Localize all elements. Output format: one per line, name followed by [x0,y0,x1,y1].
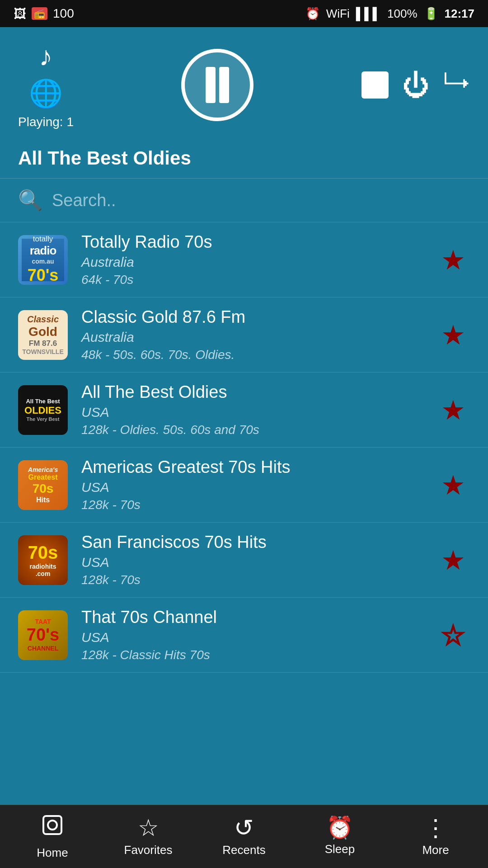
battery-icon: 🔋 [424,7,438,21]
station-meta-5: 128k - 70s [81,573,436,587]
station-logo-2: Classic Gold FM 87.6 TOWNSVILLE [18,310,68,360]
station-country-3: USA [81,405,436,420]
nav-sleep-label: Sleep [325,842,355,856]
alarm-icon: ⏰ [305,7,320,21]
nav-recents[interactable]: ↺ Recents [196,816,292,857]
wifi-icon: WiFi [326,7,350,21]
now-playing-title: All The Best Oldies [18,147,470,169]
favorite-star-3[interactable]: ★ [436,390,470,430]
station-logo-3: All The Best OLDIES The Very Best [18,385,68,435]
station-logo-6: TAAT 70's CHANNEL [18,610,68,660]
list-item[interactable]: totally radio com.au 70's Totally Radio … [0,222,488,297]
pause-button[interactable] [181,49,253,121]
station-country-2: Australia [81,330,436,345]
nav-recents-label: Recents [222,843,265,857]
station-name-2: Classic Gold 87.6 Fm [81,307,436,327]
station-logo-5: 70s radiohits .com [18,535,68,585]
list-item[interactable]: America's Greatest 70s Hits Americas Gre… [0,448,488,523]
station-logo-1: totally radio com.au 70's [18,235,68,285]
search-icon: 🔍 [18,189,43,212]
station-info-2: Classic Gold 87.6 Fm Australia 48k - 50s… [81,307,436,362]
radio-icon: 📻 [32,7,47,20]
search-input[interactable] [52,191,470,210]
favorite-star-6[interactable]: ☆ [436,615,470,656]
station-meta-3: 128k - Oldies. 50s. 60s and 70s [81,423,436,437]
list-item[interactable]: Classic Gold FM 87.6 TOWNSVILLE Classic … [0,297,488,373]
nav-more[interactable]: ⋮ More [388,816,483,857]
clock: 12:17 [445,7,475,21]
player-header: ♪ 🌐 Playing: 1 ⏻ ⮡ [0,27,488,138]
search-bar: 🔍 [0,179,488,222]
nav-favorites[interactable]: ☆ Favorites [100,816,196,857]
station-name-5: San Franciscos 70s Hits [81,533,436,552]
station-country-1: Australia [81,255,436,270]
station-country-6: USA [81,630,436,645]
station-info-5: San Franciscos 70s Hits USA 128k - 70s [81,533,436,587]
sleep-icon: ⏰ [326,817,353,839]
content-area: ♪ 🌐 Playing: 1 ⏻ ⮡ All The Best Oldies 🔍 [0,27,488,805]
nav-favorites-label: Favorites [124,843,173,857]
player-controls-left: ♪ 🌐 Playing: 1 [18,41,74,129]
station-name-6: That 70s Channel [81,608,436,627]
status-right: ⏰ WiFi ▌▌▌ 100% 🔋 12:17 [305,7,474,21]
station-list: totally radio com.au 70's Totally Radio … [0,222,488,673]
pause-icon [206,67,229,103]
status-count: 100 [53,6,74,21]
station-name-1: Totally Radio 70s [81,232,436,252]
nav-home[interactable]: Home [5,813,100,860]
favorite-star-5[interactable]: ★ [436,540,470,580]
station-info-6: That 70s Channel USA 128k - Classic Hits… [81,608,436,662]
status-bar: 🖼 📻 100 ⏰ WiFi ▌▌▌ 100% 🔋 12:17 [0,0,488,27]
status-left: 🖼 📻 100 [14,6,74,21]
station-info-3: All The Best Oldies USA 128k - Oldies. 5… [81,382,436,437]
list-item[interactable]: 70s radiohits .com San Franciscos 70s Hi… [0,523,488,598]
power-icon[interactable]: ⏻ [402,70,429,101]
player-controls-right: ⏻ ⮡ [361,70,470,101]
station-meta-6: 128k - Classic Hits 70s [81,648,436,662]
now-playing-section: All The Best Oldies [0,138,488,179]
station-country-4: USA [81,480,436,495]
nav-sleep[interactable]: ⏰ Sleep [292,817,388,856]
list-item[interactable]: TAAT 70's CHANNEL That 70s Channel USA 1… [0,598,488,673]
favorites-icon: ☆ [138,816,159,840]
globe-icon[interactable]: 🌐 [29,77,63,109]
station-logo-4: America's Greatest 70s Hits [18,460,68,510]
battery-percent: 100% [387,7,418,21]
station-meta-1: 64k - 70s [81,273,436,287]
station-meta-4: 128k - 70s [81,498,436,512]
station-meta-2: 48k - 50s. 60s. 70s. Oldies. [81,348,436,362]
station-info-1: Totally Radio 70s Australia 64k - 70s [81,232,436,287]
bottom-nav: Home ☆ Favorites ↺ Recents ⏰ Sleep ⋮ Mor… [0,805,488,868]
nav-more-label: More [422,843,449,857]
more-icon: ⋮ [424,816,447,840]
home-icon [41,813,64,842]
station-name-3: All The Best Oldies [81,382,436,402]
share-icon[interactable]: ⮡ [443,70,470,101]
station-country-5: USA [81,555,436,570]
station-info-4: Americas Greatest 70s Hits USA 128k - 70… [81,458,436,512]
list-item[interactable]: All The Best OLDIES The Very Best All Th… [0,373,488,448]
station-name-4: Americas Greatest 70s Hits [81,458,436,477]
favorite-star-1[interactable]: ★ [436,240,470,280]
music-icon[interactable]: ♪ [39,41,52,72]
svg-rect-0 [43,816,61,834]
recents-icon: ↺ [234,816,254,840]
nav-home-label: Home [37,846,68,860]
stop-button[interactable] [361,71,389,99]
favorite-star-4[interactable]: ★ [436,465,470,505]
photo-icon: 🖼 [14,6,26,21]
playing-label: Playing: 1 [18,115,74,129]
favorite-star-2[interactable]: ★ [436,315,470,355]
svg-point-1 [48,821,57,830]
signal-icon: ▌▌▌ [356,7,381,21]
